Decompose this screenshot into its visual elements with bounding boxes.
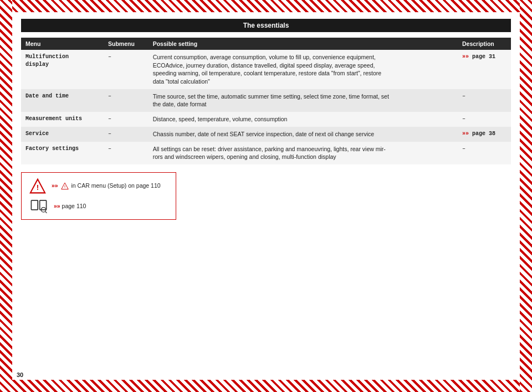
table-row: Factory settings – All settings can be r…: [21, 142, 511, 164]
cell-submenu: –: [104, 127, 149, 142]
book-icon: [29, 198, 48, 214]
table-row: Service – Chassis number, date of next S…: [21, 127, 511, 142]
table-header-row: Menu Submenu Possible setting Descriptio…: [21, 38, 511, 50]
stripe-right: [520, 0, 532, 392]
cell-submenu: –: [104, 89, 149, 112]
col-description: Description: [458, 38, 511, 50]
cell-menu: Measurement units: [21, 112, 104, 127]
cell-menu: Multifunctiondisplay: [21, 50, 104, 89]
cell-description: –: [458, 89, 511, 112]
svg-text:!: !: [64, 184, 65, 188]
notice-text-book: »» page 110: [54, 203, 86, 209]
main-content: The essentials Menu Submenu Possible set…: [12, 12, 520, 380]
cell-description: –: [458, 142, 511, 164]
cell-description: »» page 38: [458, 127, 511, 142]
notice-box: ! »» ! in CAR menu (Setup) on page 110: [21, 172, 176, 220]
inline-warning-icon: !: [61, 182, 69, 190]
col-possible-setting: Possible setting: [149, 38, 458, 50]
col-menu: Menu: [21, 38, 104, 50]
svg-line-8: [45, 212, 47, 213]
notice-text-warning: »» ! in CAR menu (Setup) on page 110: [52, 182, 161, 190]
col-submenu: Submenu: [104, 38, 149, 50]
cell-submenu: –: [104, 50, 149, 89]
cell-menu: Factory settings: [21, 142, 104, 164]
watermark: carmanualsonline.info: [439, 381, 521, 389]
page-number: 30: [17, 372, 23, 378]
cell-menu: Service: [21, 127, 104, 142]
table-row: Multifunctiondisplay – Current consumpti…: [21, 50, 511, 89]
cell-possible-setting: Time source, set the time, automatic sum…: [149, 89, 458, 112]
cell-possible-setting: Distance, speed, temperature, volume, co…: [149, 112, 458, 127]
svg-rect-4: [31, 200, 38, 210]
warning-icon: !: [29, 178, 46, 194]
cell-submenu: –: [104, 142, 149, 164]
cell-description: –: [458, 112, 511, 127]
table-row: Measurement units – Distance, speed, tem…: [21, 112, 511, 127]
svg-text:!: !: [37, 183, 39, 192]
section-title: The essentials: [21, 19, 511, 32]
notice-row-warning: ! »» ! in CAR menu (Setup) on page 110: [29, 178, 168, 194]
cell-possible-setting: Chassis number, date of next SEAT servic…: [149, 127, 458, 142]
cell-menu: Date and time: [21, 89, 104, 112]
cell-submenu: –: [104, 112, 149, 127]
cell-possible-setting: All settings can be reset: driver assist…: [149, 142, 458, 164]
essentials-table: Menu Submenu Possible setting Descriptio…: [21, 38, 511, 164]
table-row: Date and time – Time source, set the tim…: [21, 89, 511, 112]
notice-row-book: »» page 110: [29, 198, 168, 214]
stripe-top: [0, 0, 532, 12]
cell-description: »» page 31: [458, 50, 511, 89]
stripe-left: [0, 0, 12, 392]
cell-possible-setting: Current consumption, average consumption…: [149, 50, 458, 89]
